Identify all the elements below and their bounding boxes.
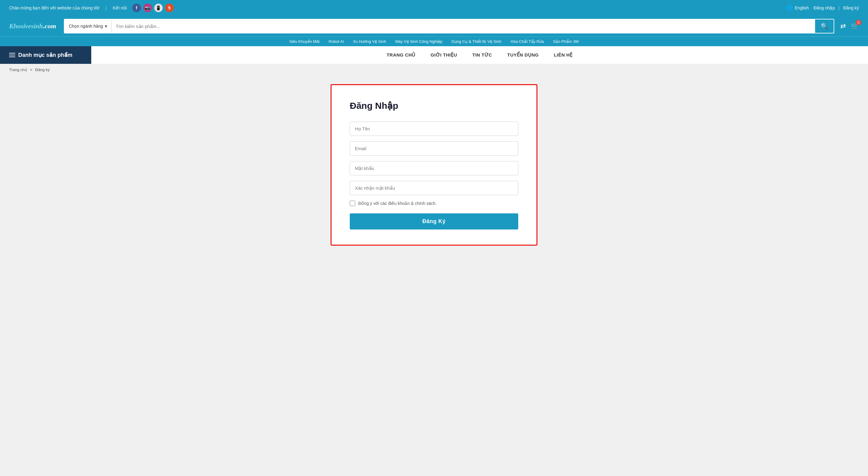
cart-badge: 0 [856,20,861,25]
auth-links: Đăng nhập | Đăng ký [813,5,859,10]
divider1: | [105,5,107,10]
email-group [350,141,518,156]
nav-tin-tuc[interactable]: TIN TỨC [472,46,492,64]
password-group [350,161,518,176]
instagram-icon[interactable]: 📷 [143,4,152,12]
search-input[interactable] [112,20,815,33]
name-group [350,122,518,136]
subnav-item-6[interactable]: Sản Phẩm 3M [553,39,579,44]
phone-icon[interactable]: 📱 [154,4,163,12]
main-nav: Danh mục sản phẩm TRANG CHỦ GIỚI THIỆU T… [0,46,868,64]
header-icons: ⇄ 🛒 0 [840,22,859,30]
category-menu-label: Danh mục sản phẩm [18,52,72,58]
breadcrumb: Trang chủ > Đăng ký [0,64,868,75]
subnav-item-4[interactable]: Dụng Cụ & Thiết Bị Vệ Sinh [451,39,501,44]
top-bar-right: 🌐 English Đăng nhập | Đăng ký [786,5,859,11]
category-label: Chọn ngành hàng [69,24,103,29]
breadcrumb-home[interactable]: Trang chủ [9,67,27,72]
welcome-text: Chào mừng bạn đến với website của chúng … [9,5,99,10]
confirm-password-group [350,181,518,195]
connect-text: Kết nối [113,5,127,10]
top-bar-left: Chào mừng bạn đến với website của chúng … [9,4,174,12]
nav-lien-he[interactable]: LIÊN HỆ [554,46,573,64]
globe-icon: 🌐 [786,5,793,11]
chevron-down-icon: ▾ [105,24,107,29]
email-input[interactable] [350,141,518,156]
header: Khosivesinh.com Chọn ngành hàng ▾ 🔍 ⇄ 🛒 … [0,16,868,36]
shuffle-icon[interactable]: ⇄ [840,22,846,30]
subnav-item-1[interactable]: Robot AI [329,39,344,44]
sub-nav: Siêu Khuyến Mãi Robot AI Xu Hướng Vệ Sin… [0,36,868,46]
subnav-item-0[interactable]: Siêu Khuyến Mãi [289,39,319,44]
nav-trang-chu[interactable]: TRANG CHỦ [386,46,415,64]
nav-tuyen-dung[interactable]: TUYỂN DỤNG [507,46,538,64]
language-selector[interactable]: 🌐 English [786,5,809,11]
cart-icon[interactable]: 🛒 0 [851,22,859,30]
subnav-item-3[interactable]: Máy Vệ Sinh Công Nghiệp [395,39,442,44]
auth-separator: | [838,5,840,10]
login-link[interactable]: Đăng nhập [813,5,835,10]
social-icons: f 📷 📱 5 [132,4,174,12]
page-content: Đăng Nhập Đồng ý với các điều khoản & ch… [0,75,868,264]
nav-gioi-thieu[interactable]: GIỚI THIỆU [431,46,457,64]
breadcrumb-separator: > [30,67,32,72]
search-button[interactable]: 🔍 [815,20,834,33]
search-container: Chọn ngành hàng ▾ 🔍 [64,19,834,33]
password-input[interactable] [350,161,518,176]
html5-icon[interactable]: 5 [165,4,174,12]
terms-label[interactable]: Đồng ý với các điều khoản & chính sách. [358,201,437,206]
subnav-item-5[interactable]: Hóa Chất Tẩy Rửa [510,39,544,44]
subnav-item-2[interactable]: Xu Hướng Vệ Sinh [353,39,386,44]
category-menu-button[interactable]: Danh mục sản phẩm [0,46,91,64]
form-title: Đăng Nhập [350,100,518,111]
main-nav-links: TRANG CHỦ GIỚI THIỆU TIN TỨC TUYỂN DỤNG … [91,46,868,64]
logo[interactable]: Khosivesinh.com [9,22,58,30]
name-input[interactable] [350,122,518,136]
hamburger-icon [9,53,15,57]
facebook-icon[interactable]: f [132,4,141,12]
submit-button[interactable]: Đăng Ký [350,213,518,229]
language-label: English [795,5,809,10]
confirm-password-input[interactable] [350,181,518,195]
registration-form-container: Đăng Nhập Đồng ý với các điều khoản & ch… [331,84,537,246]
terms-checkbox[interactable] [350,201,355,206]
category-dropdown[interactable]: Chọn ngành hàng ▾ [64,20,112,33]
terms-group: Đồng ý với các điều khoản & chính sách. [350,201,518,206]
breadcrumb-current: Đăng ký [35,67,50,72]
top-bar: Chào mừng bạn đến với website của chúng … [0,0,868,16]
register-link[interactable]: Đăng ký [843,5,859,10]
